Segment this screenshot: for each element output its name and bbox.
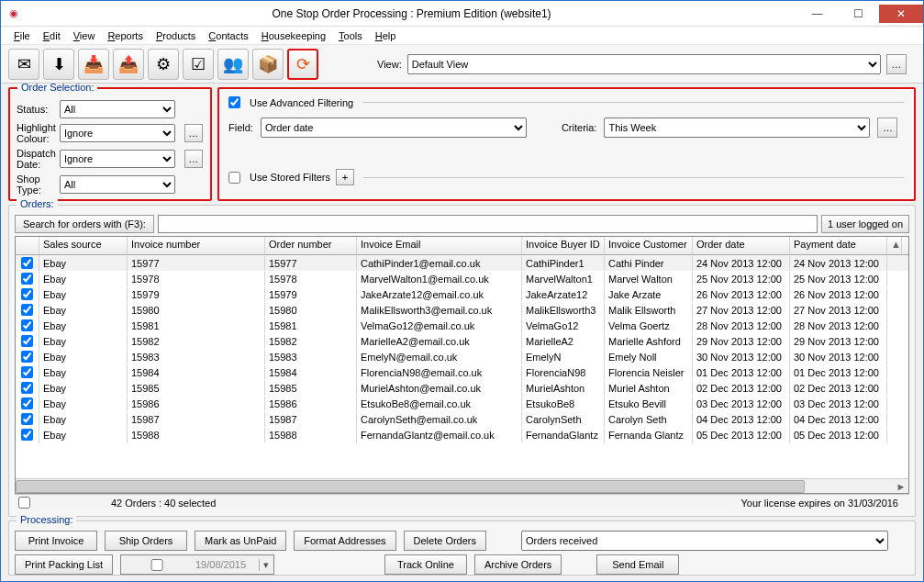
scroll-up-icon[interactable]: ▲: [887, 237, 902, 254]
date-dropdown-icon[interactable]: ▾: [259, 559, 273, 571]
menu-products[interactable]: Products: [150, 28, 201, 43]
table-row[interactable]: Ebay1598815988FernandaGlantz@email.co.uk…: [16, 427, 908, 442]
send-email-button[interactable]: Send Email: [596, 554, 679, 575]
stored-filters-add-button[interactable]: +: [336, 169, 354, 185]
row-checkbox[interactable]: [21, 382, 33, 394]
delete-orders-button[interactable]: Delete Orders: [404, 531, 486, 551]
view-select[interactable]: Default View: [407, 54, 881, 74]
col-header-4[interactable]: Invoice Email: [357, 237, 522, 254]
col-header-5[interactable]: Invoice Buyer ID: [522, 237, 605, 254]
table-row[interactable]: Ebay1598415984FlorenciaN98@email.co.ukFl…: [16, 364, 908, 380]
table-row[interactable]: Ebay1598615986EtsukoBe8@email.co.ukEtsuk…: [16, 396, 908, 411]
license-text: Your license expires on 31/03/2016: [741, 498, 906, 509]
table-row[interactable]: Ebay1598015980MalikEllsworth3@email.co.u…: [16, 302, 908, 318]
row-checkbox[interactable]: [21, 319, 33, 331]
criteria-more-button[interactable]: …: [877, 118, 897, 138]
use-advanced-label[interactable]: Use Advanced Filtering: [250, 97, 353, 108]
scroll-thumb[interactable]: [16, 480, 805, 493]
horizontal-scrollbar[interactable]: ◄ ►: [16, 478, 908, 493]
ship-orders-button[interactable]: Ship Orders: [105, 531, 187, 551]
settings-icon[interactable]: ⚙: [148, 49, 179, 80]
row-checkbox[interactable]: [21, 429, 33, 441]
criteria-label: Criteria:: [562, 122, 597, 133]
table-row[interactable]: Ebay1598315983EmelyN@email.co.ukEmelyNEm…: [16, 349, 908, 364]
row-checkbox[interactable]: [21, 351, 33, 363]
table-row[interactable]: Ebay1598515985MurielAshton@email.co.ukMu…: [16, 380, 908, 396]
date-field[interactable]: ▾: [120, 554, 274, 575]
table-row[interactable]: Ebay1597815978MarvelWalton1@email.co.ukM…: [16, 271, 908, 286]
menu-tools[interactable]: Tools: [333, 28, 368, 43]
col-header-1[interactable]: Sales source: [39, 237, 128, 254]
osel-select-0[interactable]: All: [60, 100, 175, 118]
maximize-button[interactable]: ☐: [838, 5, 879, 23]
col-header-7[interactable]: Order date: [693, 237, 790, 254]
export-up-icon[interactable]: 📤: [113, 49, 144, 80]
col-header-0[interactable]: [16, 237, 39, 254]
new-order-icon[interactable]: ✉: [8, 49, 39, 80]
select-all-checkbox[interactable]: [18, 497, 30, 509]
osel-select-3[interactable]: All: [60, 175, 175, 194]
refresh-icon[interactable]: ⟳: [287, 49, 318, 80]
users-logged-badge[interactable]: 1 user logged on: [821, 215, 909, 233]
search-input[interactable]: [158, 215, 818, 233]
archive-orders-button[interactable]: Archive Orders: [474, 554, 562, 575]
col-header-3[interactable]: Order number: [265, 237, 357, 254]
osel-more-2[interactable]: …: [184, 150, 203, 168]
track-online-button[interactable]: Track Online: [384, 554, 467, 575]
row-checkbox[interactable]: [21, 304, 33, 316]
date-enable-checkbox[interactable]: [124, 559, 190, 571]
export-down-icon[interactable]: 📥: [78, 49, 109, 80]
use-stored-checkbox[interactable]: [228, 172, 240, 184]
osel-label-2: DispatchDate:: [16, 146, 59, 172]
table-row[interactable]: Ebay1598715987CarolynSeth@email.co.ukCar…: [16, 411, 908, 427]
cell-pdate: 26 Nov 2013 12:00: [790, 287, 887, 302]
print-packing-list-button[interactable]: Print Packing List: [15, 554, 113, 575]
mark-unpaid-button[interactable]: Mark as UnPaid: [195, 531, 286, 551]
import-icon[interactable]: ⬇: [43, 49, 74, 80]
date-input[interactable]: [193, 559, 259, 570]
table-row[interactable]: Ebay1597715977CathiPinder1@email.co.ukCa…: [16, 255, 908, 271]
menubar: FileEditViewReportsProductsContactsHouse…: [1, 27, 923, 45]
minimize-button[interactable]: —: [796, 5, 838, 23]
cell-pdate: 28 Nov 2013 12:00: [790, 319, 887, 333]
row-checkbox[interactable]: [21, 366, 33, 378]
packages-icon[interactable]: 📦: [252, 49, 284, 80]
checklist-icon[interactable]: ☑: [183, 49, 214, 80]
view-more-button[interactable]: …: [886, 54, 907, 74]
menu-edit[interactable]: Edit: [38, 28, 66, 43]
search-label[interactable]: Search for orders with (F3):: [15, 215, 154, 233]
use-advanced-checkbox[interactable]: [228, 96, 240, 108]
field-select[interactable]: Order date: [261, 118, 527, 138]
osel-select-2[interactable]: Ignore: [60, 150, 175, 168]
col-header-8[interactable]: Payment date: [790, 237, 887, 254]
row-checkbox[interactable]: [21, 257, 33, 269]
menu-view[interactable]: View: [68, 28, 101, 43]
row-checkbox[interactable]: [21, 273, 33, 285]
row-checkbox[interactable]: [21, 335, 33, 347]
processing-status-select[interactable]: Orders received: [521, 531, 888, 551]
close-button[interactable]: ✕: [879, 5, 923, 23]
menu-file[interactable]: File: [8, 28, 36, 43]
row-checkbox[interactable]: [21, 288, 33, 300]
row-checkbox[interactable]: [21, 397, 33, 409]
table-row[interactable]: Ebay1597915979JakeArzate12@email.co.ukJa…: [16, 286, 908, 302]
use-stored-label[interactable]: Use Stored Filters: [250, 172, 330, 183]
table-row[interactable]: Ebay1598215982MarielleA2@email.co.ukMari…: [16, 333, 908, 349]
criteria-select[interactable]: This Week: [604, 118, 870, 138]
format-addresses-button[interactable]: Format Addresses: [294, 531, 395, 551]
menu-housekeeping[interactable]: Housekeeping: [256, 28, 331, 43]
menu-help[interactable]: Help: [370, 28, 402, 43]
users-icon[interactable]: 👥: [217, 49, 249, 80]
menu-contacts[interactable]: Contacts: [203, 28, 253, 43]
osel-more-1[interactable]: …: [184, 124, 203, 142]
cell-cust: Marvel Walton: [605, 272, 693, 286]
table-row[interactable]: Ebay1598115981VelmaGo12@email.co.ukVelma…: [16, 318, 908, 333]
print-invoice-button[interactable]: Print Invoice: [15, 531, 97, 551]
col-header-2[interactable]: Invoice number: [128, 237, 265, 254]
menu-reports[interactable]: Reports: [102, 28, 149, 43]
scroll-right-icon[interactable]: ►: [894, 480, 908, 493]
row-checkbox[interactable]: [21, 413, 33, 425]
col-header-6[interactable]: Invoice Customer: [605, 237, 693, 254]
osel-select-1[interactable]: Ignore: [60, 124, 175, 142]
cell-cust: Emely Noll: [605, 350, 693, 364]
